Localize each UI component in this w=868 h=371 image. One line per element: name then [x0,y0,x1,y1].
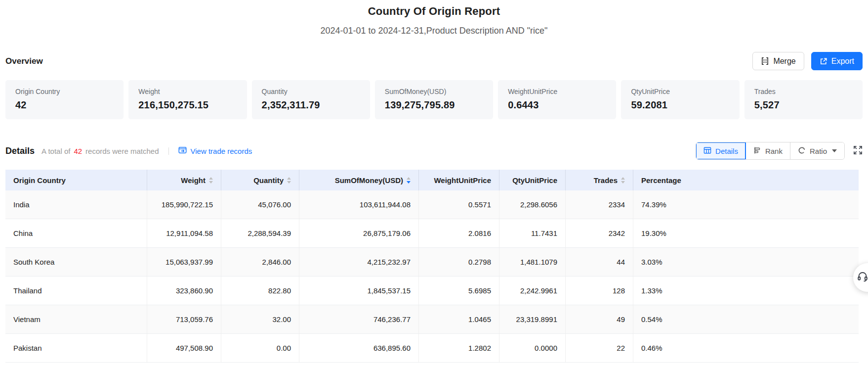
cell-sum-of-money: 4,215,232.97 [299,248,419,276]
cell-trades: 128 [566,277,633,305]
cell-weight: 713,059.76 [147,305,221,333]
details-bar: Details A total of 42 records were match… [5,142,863,160]
cell-sum-of-money: 26,875,179.06 [299,219,419,247]
cell-country: South Korea [5,248,147,276]
tab-rank[interactable]: Rank [746,142,790,159]
divider [168,147,169,155]
table-row-china[interactable]: China 12,911,094.58 2,288,594.39 26,875,… [5,219,859,248]
cell-qty-unit-price: 2,242.9961 [499,277,566,305]
cell-weight-unit-price: 0.2798 [419,248,499,276]
table-row-india[interactable]: India 185,990,722.15 45,076.00 103,611,9… [5,190,859,219]
column-label: QtyUnitPrice [512,176,557,185]
sort-icons-active-desc [407,177,411,184]
report-page: Country Of Origin Report 2024-01-01 to 2… [0,0,868,363]
chevron-down-icon [832,149,837,152]
stat-label: SumOfMoney(USD) [385,88,483,95]
fullscreen-button[interactable] [853,145,863,157]
cell-qty-unit-price: 23,319.8991 [499,305,566,333]
matched-count: 42 [74,147,82,155]
tab-details[interactable]: Details [696,142,746,159]
export-button[interactable]: Export [811,52,863,70]
fullscreen-icon [853,145,863,157]
merge-button[interactable]: Merge [752,52,804,70]
matched-summary: A total of 42 records were matched [41,147,159,155]
column-label: SumOfMoney(USD) [335,176,403,185]
table-row-vietnam[interactable]: Vietnam 713,059.76 32.00 746,236.77 1.04… [5,305,859,334]
stat-value: 139,275,795.89 [385,99,483,111]
tab-rank-label: Rank [765,147,783,155]
stat-label: QtyUnitPrice [631,88,729,95]
cell-trades: 22 [566,334,633,362]
table-row-thailand[interactable]: Thailand 323,860.90 822.80 1,845,537.15 … [5,277,859,305]
stat-card-weight-unit-price: WeightUnitPrice 0.6443 [498,80,616,119]
tab-details-label: Details [715,147,738,155]
table-header: Origin Country Weight Quantity SumOfMone… [5,170,859,190]
export-button-label: Export [831,57,854,66]
cell-weight: 12,911,094.58 [147,219,221,247]
cell-country: China [5,219,147,247]
column-header-trades[interactable]: Trades [566,170,633,190]
column-header-weight[interactable]: Weight [147,170,221,190]
cell-weight: 497,508.90 [147,334,221,362]
matched-prefix: A total of [41,147,70,155]
overview-actions: Merge Export [752,52,863,70]
stat-card-sum-of-money: SumOfMoney(USD) 139,275,795.89 [375,80,493,119]
cell-quantity: 2,846.00 [221,248,299,276]
rank-icon [753,146,761,156]
cell-qty-unit-price: 0.0000 [499,334,566,362]
column-label: WeightUnitPrice [434,176,491,185]
table-row-south-korea[interactable]: South Korea 15,063,937.99 2,846.00 4,215… [5,248,859,277]
view-switcher: Details Rank [696,142,845,160]
merge-button-label: Merge [773,57,795,66]
cell-sum-of-money: 103,611,944.08 [299,190,419,219]
cell-country: India [5,190,147,219]
cell-weight-unit-price: 5.6985 [419,277,499,305]
cell-percentage: 3.03% [633,248,859,276]
tab-ratio[interactable]: Ratio [790,142,844,159]
column-label: Origin Country [13,176,66,185]
cell-weight-unit-price: 1.2802 [419,334,499,362]
stat-value: 42 [15,99,114,111]
cell-quantity: 32.00 [221,305,299,333]
cell-country: Pakistan [5,334,147,362]
stat-value: 216,150,275.15 [138,99,237,111]
column-header-sum-of-money[interactable]: SumOfMoney(USD) [299,170,419,190]
column-label: Trades [594,176,618,185]
ratio-icon [798,146,806,156]
sort-icons [287,177,291,184]
cell-percentage: 0.46% [633,334,859,362]
cell-percentage: 0.54% [633,305,859,333]
cell-trades: 44 [566,248,633,276]
stat-card-origin-country: Origin Country 42 [5,80,124,119]
stat-label: Trades [754,88,853,95]
stat-value: 0.6443 [508,99,606,111]
export-icon [820,57,827,65]
column-label: Quantity [253,176,284,185]
cell-qty-unit-price: 2,298.6056 [499,190,566,219]
view-trade-records-icon [178,146,187,156]
cell-percentage: 19.30% [633,219,859,247]
cell-country: Vietnam [5,305,147,333]
stat-value: 2,352,311.79 [262,99,360,111]
column-header-quantity[interactable]: Quantity [221,170,299,190]
view-trade-records-link[interactable]: View trade records [178,146,252,156]
cell-trades: 2334 [566,190,633,219]
cell-percentage: 1.33% [633,277,859,305]
cell-trades: 49 [566,305,633,333]
table-row-pakistan[interactable]: Pakistan 497,508.90 0.00 636,895.60 1.28… [5,334,859,363]
column-header-origin-country: Origin Country [5,170,147,190]
cell-weight: 185,990,722.15 [147,190,221,219]
stat-card-qty-unit-price: QtyUnitPrice 59.2081 [621,80,739,119]
details-left: Details A total of 42 records were match… [5,146,252,156]
merge-icon [761,57,769,65]
sort-icons [209,177,213,184]
headset-icon [853,271,868,284]
cell-qty-unit-price: 1,481.1079 [499,248,566,276]
stat-card-quantity: Quantity 2,352,311.79 [252,80,370,119]
column-header-weight-unit-price: WeightUnitPrice [419,170,499,190]
stat-card-weight: Weight 216,150,275.15 [128,80,247,119]
cell-sum-of-money: 1,845,537.15 [299,277,419,305]
details-right: Details Rank [696,142,863,160]
cell-sum-of-money: 636,895.60 [299,334,419,362]
cell-weight-unit-price: 1.0465 [419,305,499,333]
